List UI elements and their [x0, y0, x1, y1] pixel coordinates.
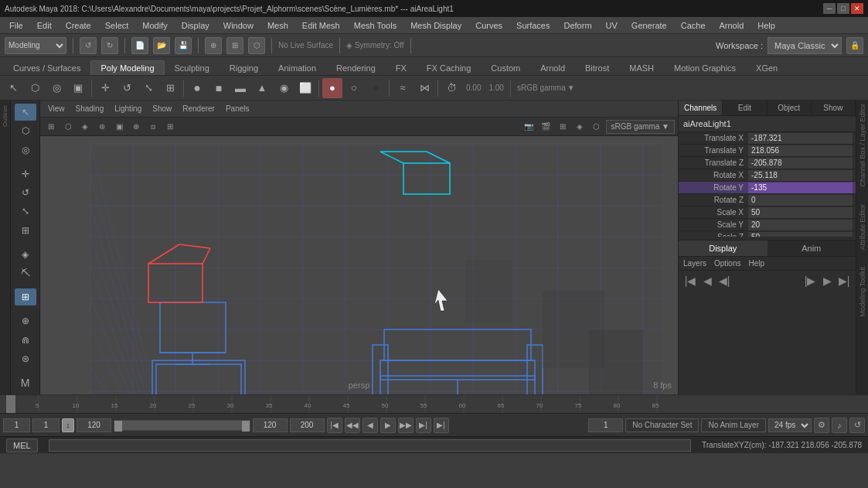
vp-icon-cam3[interactable]: ⊞	[555, 119, 570, 135]
timeline-area[interactable]: 5 10 15 20 25 30 35 40 45 50 55 60 65 70…	[0, 394, 868, 413]
menu-options[interactable]: Options	[714, 259, 740, 268]
curve-icon[interactable]: ≈	[393, 78, 413, 98]
toolbar-icon-snap1[interactable]: ⊕	[205, 37, 222, 54]
frame-display-input[interactable]	[32, 418, 60, 432]
fps-selector[interactable]: 24 fps	[768, 418, 812, 432]
range-thumb-indicator[interactable]: 1	[62, 418, 74, 432]
loop-icon[interactable]: ↺	[849, 418, 865, 433]
sculpt-icon[interactable]: ⛏	[15, 264, 36, 282]
lock-icon[interactable]: 🔒	[846, 37, 863, 54]
tab-object[interactable]: Object	[768, 101, 812, 115]
anim-layer-button[interactable]: No Anim Layer	[701, 418, 766, 432]
tab-arnold[interactable]: Arnold	[530, 60, 575, 75]
vp-icon-1[interactable]: ⊞	[43, 119, 59, 135]
select-mode-icon[interactable]: ↖	[15, 104, 36, 121]
tab-channels[interactable]: Channels	[679, 101, 723, 115]
workspace-dropdown[interactable]: Maya Classic	[768, 37, 842, 54]
scale-icon[interactable]: ⤡	[138, 78, 158, 98]
toolbar-icon-snap2[interactable]: ⊞	[226, 37, 243, 54]
minimize-button[interactable]: ─	[823, 3, 836, 14]
time-icon[interactable]: ⏱	[441, 78, 461, 98]
channel-value-tx[interactable]	[748, 133, 853, 144]
tab-mash[interactable]: MASH	[619, 60, 664, 75]
channel-value-tz[interactable]	[748, 158, 853, 169]
cube-icon[interactable]: ■	[209, 78, 229, 98]
vp-icon-cam4[interactable]: ◈	[572, 119, 587, 135]
tab-rendering[interactable]: Rendering	[326, 60, 386, 75]
channel-value-sz[interactable]	[748, 232, 853, 237]
sphere-icon[interactable]: ●	[187, 78, 207, 98]
viewport-canvas[interactable]: XZ persp 8 fps	[40, 136, 678, 394]
channel-rotate-x[interactable]: Rotate X	[679, 169, 856, 182]
paint-select-icon[interactable]: ⬡	[15, 122, 36, 139]
menu-uv[interactable]: UV	[600, 19, 624, 32]
last-frame-btn[interactable]: ▶|	[434, 418, 449, 433]
cylinder-icon[interactable]: ▬	[230, 78, 250, 98]
nurbs-icon[interactable]: ⋈	[414, 78, 434, 98]
gamma-dropdown-icon[interactable]: ▼	[567, 84, 575, 92]
paint-tool-icon[interactable]: ◎	[46, 78, 66, 98]
move-icon[interactable]: ✛	[95, 78, 115, 98]
tab-fx-caching[interactable]: FX Caching	[417, 60, 481, 75]
mode-selector[interactable]: Modeling	[5, 37, 66, 54]
timeline-range-track[interactable]	[114, 420, 250, 431]
toolbar-icon-redo[interactable]: ↻	[101, 37, 118, 54]
soft-select-icon[interactable]: ◈	[15, 246, 36, 263]
prev-frame-icon[interactable]: ◀	[700, 274, 714, 288]
next-key-btn[interactable]: ▶|	[416, 418, 431, 433]
vp-menu-lighting[interactable]: Lighting	[110, 103, 146, 114]
menu-meshtools[interactable]: Mesh Tools	[348, 19, 403, 32]
scale-tool-icon[interactable]: ⤡	[15, 203, 36, 220]
channel-rotate-y[interactable]: Rotate Y	[679, 182, 856, 194]
prev-frame-btn[interactable]: ◀	[363, 418, 378, 433]
toolbar-icon-snap3[interactable]: ⬡	[248, 37, 265, 54]
vp-menu-panels[interactable]: Panels	[221, 103, 254, 114]
vp-menu-renderer[interactable]: Renderer	[178, 103, 220, 114]
menu-modify[interactable]: Modify	[136, 19, 173, 32]
channel-value-ty[interactable]	[748, 145, 853, 156]
channel-value-sx[interactable]	[748, 207, 853, 218]
vp-icon-5[interactable]: ▣	[111, 119, 127, 135]
tab-animation[interactable]: Animation	[268, 60, 326, 75]
channel-value-rx[interactable]	[748, 170, 853, 181]
tab-bitrost[interactable]: Bitrost	[575, 60, 619, 75]
menu-select[interactable]: Select	[99, 19, 135, 32]
menu-editmesh[interactable]: Edit Mesh	[296, 19, 346, 32]
first-frame-btn[interactable]: |◀	[327, 418, 342, 433]
toolbar-icon-open[interactable]: 📂	[153, 37, 170, 54]
channel-scale-z[interactable]: Scale Z	[679, 231, 856, 237]
vp-icon-7[interactable]: ⧈	[145, 119, 161, 135]
cone-icon[interactable]: ▲	[252, 78, 272, 98]
range-thumb-left[interactable]	[114, 421, 122, 432]
vp-menu-show[interactable]: Show	[148, 103, 176, 114]
lasso-tool-icon[interactable]: ⬡	[25, 78, 45, 98]
menu-layers[interactable]: Layers	[683, 259, 706, 268]
render-region-icon[interactable]: ●	[322, 78, 342, 98]
universal-manip-icon[interactable]: ⊞	[160, 78, 180, 98]
next-frame-icon[interactable]: ▶	[820, 274, 834, 288]
current-frame-input[interactable]	[3, 418, 30, 432]
tab-edit[interactable]: Edit	[723, 101, 767, 115]
dark-sphere-icon[interactable]: ●	[366, 78, 386, 98]
menu-generate[interactable]: Generate	[625, 19, 673, 32]
universal-tool-icon[interactable]: ⊞	[15, 222, 36, 239]
menu-deform[interactable]: Deform	[557, 19, 597, 32]
tab-show[interactable]: Show	[812, 101, 856, 115]
menu-help-ch[interactable]: Help	[748, 259, 764, 268]
tab-curves-surfaces[interactable]: Curves / Surfaces	[3, 60, 90, 75]
tab-display[interactable]: Display	[679, 241, 768, 256]
menu-meshdisplay[interactable]: Mesh Display	[404, 19, 468, 32]
play-back-btn[interactable]: ▶	[380, 418, 396, 433]
mel-button[interactable]: MEL	[6, 439, 38, 452]
menu-file[interactable]: File	[3, 19, 29, 32]
playback-settings-gear-icon[interactable]: ⚙	[814, 418, 829, 433]
tab-poly-modeling[interactable]: Poly Modeling	[90, 60, 164, 75]
toolbar-icon-new[interactable]: 📄	[131, 37, 148, 54]
vp-icon-3[interactable]: ◈	[77, 119, 93, 135]
tab-anim[interactable]: Anim	[768, 241, 856, 256]
tab-custom[interactable]: Custom	[481, 60, 530, 75]
vp-icon-8[interactable]: ⊞	[162, 119, 178, 135]
menu-display[interactable]: Display	[175, 19, 216, 32]
channel-value-rz[interactable]	[748, 195, 853, 206]
vp-icon-6[interactable]: ⊕	[128, 119, 144, 135]
